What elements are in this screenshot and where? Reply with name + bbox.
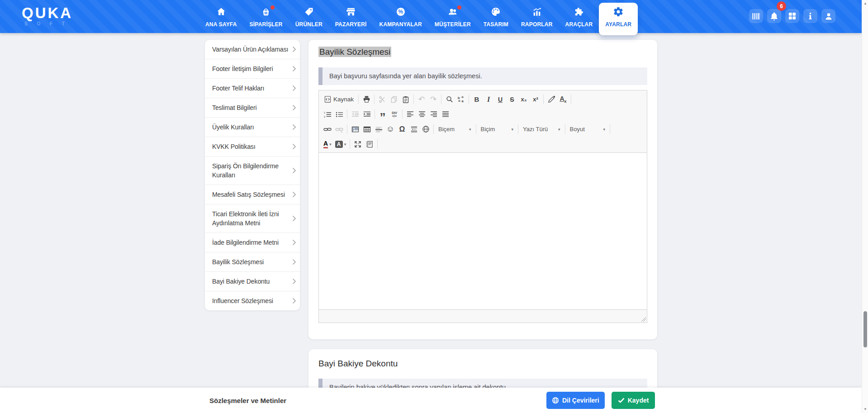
notifications-button[interactable]: 6 — [767, 9, 781, 23]
sidebar-item-footer-iletisim-bilgileri[interactable]: Footer İletişim Bilgileri — [205, 59, 300, 79]
chevron-right-icon — [292, 167, 296, 174]
superscript-button[interactable]: x² — [530, 94, 541, 105]
sidebar-item-uyelik-kurallari[interactable]: Üyelik Kuralları — [205, 118, 300, 137]
paste-button[interactable] — [400, 94, 412, 105]
text-color-button[interactable]: A▾ — [322, 138, 333, 150]
align-center-button[interactable] — [416, 109, 428, 120]
chevron-right-icon — [292, 46, 296, 52]
replace-button[interactable]: ba — [455, 94, 467, 105]
save-button[interactable]: Kaydet — [612, 392, 655, 409]
apps-button[interactable] — [785, 9, 799, 23]
bullet-list-icon — [336, 111, 343, 118]
undo-button[interactable]: ↶ — [416, 94, 427, 105]
print-button[interactable] — [360, 94, 372, 105]
nav-item-siparisler[interactable]: SİPARİŞLER — [243, 0, 289, 33]
blockquote-button[interactable]: ” — [377, 109, 389, 120]
check-icon — [618, 398, 625, 403]
nav-item-urunler[interactable]: ÜRÜNLER — [289, 0, 329, 33]
page-scrollbar[interactable]: ▲ ▼ — [862, 0, 868, 413]
format-dropdown[interactable]: Biçim▾ — [478, 123, 517, 135]
nav-item-ana-sayfa[interactable]: ANA SAYFA — [199, 0, 243, 33]
indent-button[interactable] — [361, 109, 373, 120]
styles-dropdown[interactable]: Biçem▾ — [436, 123, 474, 135]
chevron-right-icon — [292, 104, 296, 111]
smiley-button[interactable]: ☺ — [384, 123, 396, 135]
language-translations-button[interactable]: Dil Çevirileri — [546, 392, 605, 409]
bold-button[interactable]: B — [471, 94, 483, 105]
print-icon — [363, 95, 370, 103]
resize-handle[interactable] — [641, 317, 646, 322]
maximize-button[interactable] — [352, 138, 364, 150]
info-button[interactable] — [803, 9, 817, 23]
brand-logo[interactable]: QUKA S O F T — [22, 5, 73, 26]
editor-content-area[interactable] — [319, 153, 647, 309]
justify-button[interactable] — [440, 109, 451, 120]
sidebar-item-kvkk-politikasi[interactable]: KVKK Politikası — [205, 137, 300, 157]
puzzle-icon — [574, 6, 584, 17]
search-icon — [446, 95, 453, 103]
table-button[interactable] — [361, 123, 373, 135]
sidebar-item-mesafeli-satis[interactable]: Mesafeli Satış Sözleşmesi — [205, 185, 300, 204]
sidebar-item-influencer-sozlesmesi[interactable]: Influencer Sözleşmesi — [205, 291, 300, 310]
barcode-button[interactable] — [749, 9, 763, 23]
image-button[interactable] — [349, 123, 361, 135]
brand-sub: S O F T — [22, 21, 73, 26]
link-button[interactable] — [322, 123, 333, 135]
nav-item-ayarlar[interactable]: AYARLAR — [599, 3, 638, 35]
copy-formatting-button[interactable] — [545, 94, 557, 105]
underline-button[interactable]: U — [494, 94, 506, 105]
sidebar-item-varsayilan-urun-aciklamasi[interactable]: Varsayılan Ürün Açıklaması — [205, 40, 300, 59]
bullet-list-button[interactable] — [333, 109, 345, 120]
nav-item-musteriler[interactable]: MÜŞTERİLER — [428, 0, 477, 33]
sidebar-item-iade-bilgilendirme[interactable]: İade Bilgilendirme Metni — [205, 233, 300, 252]
top-navbar: QUKA S O F T ANA SAYFA SİPARİŞLER ÜRÜNLE… — [0, 0, 862, 33]
sidebar-item-teslimat-bilgileri[interactable]: Teslimat Bilgileri — [205, 98, 300, 118]
div-container-button[interactable]: DIV</> — [389, 109, 400, 120]
ordered-list-button[interactable]: 12 — [322, 109, 333, 120]
font-dropdown[interactable]: Yazı Türü▾ — [520, 123, 563, 135]
italic-button[interactable]: I — [483, 94, 494, 105]
chevron-right-icon — [292, 85, 296, 91]
remove-format-button[interactable]: Ax — [557, 94, 569, 105]
outdent-button[interactable] — [349, 109, 361, 120]
scroll-down-arrow[interactable]: ▼ — [862, 407, 868, 412]
align-right-button[interactable] — [428, 109, 440, 120]
scroll-up-arrow[interactable]: ▲ — [862, 1, 868, 6]
cut-button[interactable] — [376, 94, 388, 105]
sidebar-item-siparis-on-bilgilendirme[interactable]: Sipariş Ön Bilgilendirme Kuralları — [205, 157, 300, 185]
people-icon — [447, 6, 458, 17]
svg-text:2: 2 — [324, 115, 325, 118]
copy-button[interactable] — [388, 94, 400, 105]
nav-item-kampanyalar[interactable]: % KAMPANYALAR — [373, 0, 428, 33]
find-button[interactable] — [443, 94, 455, 105]
special-char-button[interactable]: Ω — [396, 123, 408, 135]
sidebar-item-ticari-elektronik[interactable]: Ticari Elektronik İleti İzni Aydınlatma … — [205, 204, 300, 233]
chevron-right-icon — [292, 124, 296, 130]
size-dropdown[interactable]: Boyut▾ — [567, 123, 608, 135]
nav-item-araclar[interactable]: ARAÇLAR — [559, 0, 599, 33]
grid-icon — [788, 12, 797, 20]
nav-item-raporlar[interactable]: RAPORLAR — [515, 0, 559, 33]
replace-icon: ba — [457, 95, 465, 103]
show-blocks-button[interactable] — [364, 138, 375, 150]
iframe-button[interactable] — [420, 123, 432, 135]
justify-icon — [442, 111, 449, 118]
profile-button[interactable] — [821, 9, 835, 23]
redo-button[interactable]: ↷ — [427, 94, 439, 105]
unlink-button[interactable] — [333, 123, 345, 135]
nav-item-pazaryeri[interactable]: PAZARYERİ — [329, 0, 373, 33]
horizontal-rule-button[interactable] — [373, 123, 384, 135]
sidebar-item-bayilik-sozlesmesi[interactable]: Bayilik Sözleşmesi — [205, 252, 300, 272]
align-left-button[interactable] — [404, 109, 416, 120]
align-center-icon — [418, 111, 426, 118]
sidebar-item-footer-telif-haklari[interactable]: Footer Telif Hakları — [205, 79, 300, 98]
section-title: Bayi Bakiye Dekontu — [318, 358, 647, 370]
nav-item-tasarim[interactable]: TASARIM — [477, 0, 515, 33]
subscript-button[interactable]: x₂ — [518, 94, 530, 105]
bg-color-button[interactable]: A▾ — [333, 138, 348, 150]
source-button[interactable]: Kaynak — [322, 94, 356, 105]
scrollbar-thumb[interactable] — [863, 311, 867, 347]
page-break-button[interactable] — [408, 123, 420, 135]
sidebar-item-bayi-bakiye-dekontu[interactable]: Bayi Bakiye Dekontu — [205, 272, 300, 291]
strikethrough-button[interactable]: S — [506, 94, 518, 105]
